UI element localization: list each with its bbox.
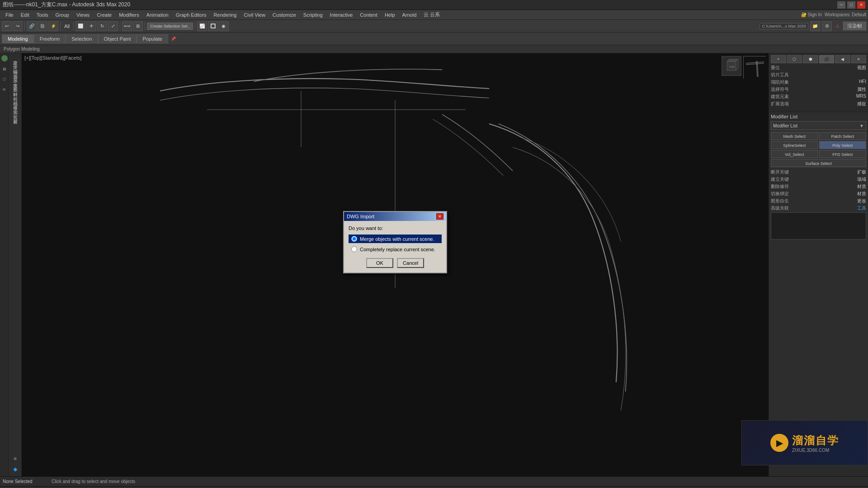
sidebar-practical[interactable]: 实用 <box>11 105 19 108</box>
rp-btn-1[interactable]: + <box>771 55 786 63</box>
sidebar-material[interactable]: 材料 <box>11 87 19 90</box>
rp-value-field: 场域 <box>857 176 866 183</box>
dialog-option-replace[interactable]: Completely replace current scene. <box>349 245 442 253</box>
menu-graph-editors[interactable]: Graph Editors <box>172 11 210 19</box>
menu-tools[interactable]: Tools <box>33 11 52 19</box>
minimize-button[interactable]: ─ <box>837 1 845 9</box>
dialog-cancel-button[interactable]: Cancel <box>397 258 424 268</box>
sidebar-shape[interactable]: 图形 <box>11 82 19 86</box>
tab-populate[interactable]: Populate <box>137 34 168 43</box>
path-browse-button[interactable]: 📁 <box>810 21 820 31</box>
curve-editor-button[interactable]: 📈 <box>197 21 207 31</box>
redo-button[interactable]: ↪ <box>13 21 23 31</box>
rp-btn-5[interactable]: ◀ <box>835 55 850 63</box>
bind-button[interactable]: ⚡ <box>48 21 58 31</box>
tab-object-paint[interactable]: Object Paint <box>98 34 137 43</box>
radio-merge[interactable] <box>351 236 357 242</box>
rp-btn-4[interactable]: ⬛ <box>819 55 835 63</box>
surface-select-btn[interactable]: Surface Select <box>771 159 866 167</box>
menu-views[interactable]: Views <box>73 11 93 19</box>
rp-btn-3[interactable]: ⬢ <box>803 55 818 63</box>
sidebar-other[interactable]: 其它 <box>11 109 19 113</box>
dialog-option-merge[interactable]: Merge objects with current scene. <box>349 235 442 243</box>
rotate-button[interactable]: ↻ <box>97 21 107 31</box>
tab-modeling[interactable]: Modeling <box>2 34 34 43</box>
workspace-label: Workspaces: Default <box>825 12 866 17</box>
rp-label-delete-key: 删除修符 <box>771 183 789 190</box>
menu-content[interactable]: Content <box>356 11 381 19</box>
dialog-close-button[interactable]: ✕ <box>436 213 443 220</box>
sidebar-modify[interactable]: 修改 <box>11 100 19 104</box>
align-button[interactable]: ⊞ <box>133 21 143 31</box>
sidebar-transform[interactable]: 变换 <box>11 78 19 81</box>
sidebar-select[interactable]: 选择 <box>11 69 19 72</box>
window-controls[interactable]: ─ □ ✕ <box>837 1 865 9</box>
modifier-stack-area[interactable] <box>771 212 866 239</box>
menu-customize[interactable]: Customize <box>269 11 300 19</box>
create-selection-set-dropdown[interactable]: Create Selection Set , <box>147 23 193 30</box>
schematic-button[interactable]: 🔳 <box>208 21 218 31</box>
sidebar-display[interactable]: 显示 <box>11 73 19 77</box>
close-button[interactable]: ✕ <box>857 1 865 9</box>
ffd-select-btn[interactable]: FFD Select <box>819 150 867 158</box>
path-display[interactable]: C:\Users\A...s Max 2020 <box>760 23 808 29</box>
sidebar-file[interactable]: 文件 <box>11 60 19 63</box>
move-button[interactable]: ✛ <box>86 21 96 31</box>
sidebar-edit[interactable]: 编辑 <box>11 64 19 68</box>
selection-status: None Selected <box>3 479 48 484</box>
toolbar-separator-2 <box>60 22 61 31</box>
mesh-select-btn[interactable]: Mesh Select <box>771 132 818 140</box>
unlink-button[interactable]: ⛓ <box>38 21 47 31</box>
panel-icon-2[interactable]: ⬡ <box>0 74 9 84</box>
panel-icon-1[interactable]: ▤ <box>0 64 9 74</box>
rp-btn-2[interactable]: ⬡ <box>787 55 802 63</box>
tab-freeform[interactable]: Freeform <box>34 34 66 43</box>
sidebar-light[interactable]: 灯光 <box>11 91 19 95</box>
dialog-ok-button[interactable]: OK <box>366 258 393 268</box>
link-button[interactable]: 🔗 <box>27 21 37 31</box>
maximize-button[interactable]: □ <box>847 1 855 9</box>
dialog-titlebar[interactable]: DWG Import ✕ <box>344 212 446 221</box>
menu-arnold[interactable]: Arnold <box>399 11 420 19</box>
menu-group[interactable]: Group <box>52 11 73 19</box>
tab-pin[interactable]: 📌 <box>171 37 176 41</box>
patch-select-btn[interactable]: Patch Select <box>819 132 867 140</box>
sign-in-label[interactable]: 🔐 Sign In <box>801 12 822 17</box>
menu-edit[interactable]: Edit <box>17 11 33 19</box>
vol-select-btn[interactable]: Vol_Select <box>771 150 818 158</box>
mirror-button[interactable]: ⟺ <box>122 21 132 31</box>
undo-button[interactable]: ↩ <box>2 21 12 31</box>
menu-help[interactable]: Help <box>381 11 399 19</box>
menu-cloud[interactable]: 云 云系 <box>420 10 443 19</box>
panel-icon-3[interactable]: ⟳ <box>0 84 9 94</box>
poly-select-btn[interactable]: Poly Select <box>819 141 867 149</box>
menu-modifiers[interactable]: Modifiers <box>115 11 143 19</box>
sidebar-create[interactable]: 建立 <box>11 55 19 59</box>
menu-scripting[interactable]: Scripting <box>300 11 326 19</box>
rp-value-snap: 捕捉 <box>857 101 866 107</box>
menu-interactive[interactable]: Interactive <box>326 11 357 19</box>
render-button[interactable]: 渲染帧 <box>843 22 866 30</box>
menu-file[interactable]: File <box>2 11 17 19</box>
sidebar-material2[interactable]: 素材 <box>11 114 19 117</box>
menu-create[interactable]: Create <box>93 11 115 19</box>
rp-btn-6[interactable]: ≡ <box>851 55 867 63</box>
menu-rendering[interactable]: Rendering <box>210 11 241 19</box>
panel-bottom-icon-1[interactable]: ⚙ <box>10 454 20 464</box>
sidebar-camera[interactable]: 相机 <box>11 96 19 99</box>
render-setup-button[interactable]: ⚙ <box>822 21 832 31</box>
menubar: File Edit Tools Group Views Create Modif… <box>0 10 868 20</box>
radio-replace[interactable] <box>351 246 357 252</box>
menu-animation[interactable]: Animation <box>143 11 172 19</box>
scene-explorer-icon[interactable] <box>1 55 8 61</box>
menu-civil-view[interactable]: Civil View <box>240 11 269 19</box>
viewport[interactable]: [+][Top][Standard][Facets] <box>22 53 769 476</box>
panel-bottom-icon-2[interactable]: 🔷 <box>10 465 20 474</box>
tab-selection[interactable]: Selection <box>66 34 98 43</box>
spline-select-btn[interactable]: SplineSelect <box>771 141 818 149</box>
modifier-dropdown[interactable]: Modifier List ▼ <box>771 121 866 130</box>
select-button[interactable]: ⬜ <box>75 21 85 31</box>
scale-button[interactable]: ⤢ <box>108 21 118 31</box>
material-button[interactable]: ◉ <box>219 21 229 31</box>
modifier-dropdown-arrow: ▼ <box>859 123 864 128</box>
